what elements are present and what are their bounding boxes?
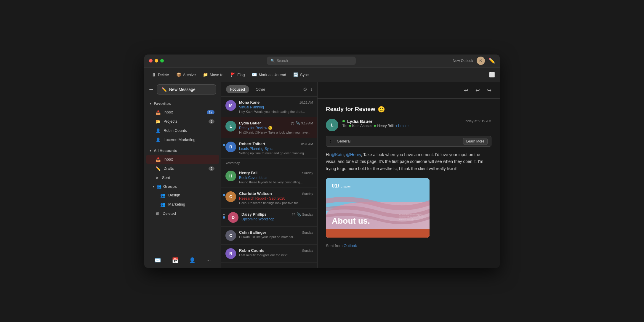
more-options-button[interactable]: ··· [313, 72, 317, 78]
robin-counts-label: Robin Counts [164, 128, 187, 133]
person-icon: 👤 [156, 128, 161, 133]
moveto-label: Move to [210, 73, 223, 77]
message-item-daisy[interactable]: ▼ D Daisy Phillips @ 📎 Sunday [221, 209, 317, 227]
email-timestamp: Today at 9:19 AM [464, 119, 491, 123]
email-detail: ↩ ↩ ↪ Ready for Review 🙂 L [318, 82, 500, 268]
hamburger-icon[interactable]: ☰ [149, 87, 153, 92]
expand-button[interactable]: ⬜ [489, 72, 495, 78]
mail-bottom-icon[interactable]: ✉️ [154, 257, 161, 264]
sidebar-top: ☰ ✏️ New Message [144, 82, 221, 97]
all-accounts-header[interactable]: ▼ All Accounts [144, 147, 221, 155]
message-body-charlotte: Charlotte Waltson Sunday Research Report… [239, 191, 313, 205]
reply-all-button[interactable]: ↩ [462, 86, 471, 95]
forward-button[interactable]: ↪ [485, 86, 494, 95]
email-image: 01/ Chapter About us. We make it about s… [326, 178, 430, 238]
archive-button[interactable]: 📦 Archive [173, 71, 199, 79]
recipient2-name: Henry Brill [377, 124, 393, 128]
message-body-mona: Mona Kane 10:21 AM Virtual Planning Hey … [239, 100, 313, 113]
sender-henry: Henry Brill [239, 171, 259, 175]
time-robin: Sunday [302, 249, 313, 252]
reply-button[interactable]: ↩ [473, 86, 482, 95]
marketing-label: Marketing [168, 202, 185, 206]
unread-dot-daisy [223, 216, 225, 219]
sidebar-item-inbox-favorites[interactable]: 📥 Inbox 12 [146, 108, 219, 117]
sidebar-item-drafts[interactable]: ✏️ Drafts 2 [146, 164, 219, 173]
learn-more-button[interactable]: Learn More [463, 138, 488, 145]
delete-button[interactable]: 🗑 Delete [149, 71, 172, 79]
flag-button[interactable]: 🚩 Flag [228, 71, 248, 79]
message-body-colin: Colin Ballinger Sunday Hi Katri, I'd lik… [239, 230, 313, 239]
sync-button[interactable]: 🔄 Sync [290, 71, 312, 79]
groups-header[interactable]: ▼ 👥 Groups [144, 182, 221, 190]
sidebar-nav: ▼ Favorites 📥 Inbox 12 📂 Projects 8 [144, 97, 221, 253]
more-bottom-icon[interactable]: ··· [206, 257, 211, 264]
subject-text: Ready for Review [326, 106, 375, 113]
minimize-button[interactable] [155, 59, 158, 63]
projects-badge: 8 [209, 119, 214, 124]
design-label: Design [168, 193, 180, 197]
time-charlotte: Sunday [302, 192, 313, 196]
message-body-henry: Henry Brill Sunday Book Cover Ideas Foun… [239, 171, 313, 184]
sidebar-item-marketing[interactable]: 👥 Marketing [146, 200, 219, 209]
all-accounts-label: All Accounts [154, 148, 177, 153]
from-name-text: Lydia Bauer [347, 119, 372, 124]
search-input-wrapper[interactable]: 🔍 Search [267, 57, 356, 65]
favorites-header[interactable]: ▼ Favorites [144, 100, 221, 108]
outlook-link[interactable]: Outlook [344, 243, 357, 248]
email-body-text: Hi @Katri, @Henry, Take a look when you … [326, 151, 491, 172]
daisy-meta-icons: @ 📎 Sunday [292, 212, 313, 217]
search-icon: 🔍 [270, 59, 275, 63]
moveto-button[interactable]: 📁 Move to [200, 71, 226, 79]
filter-icon[interactable]: ⚙ [303, 86, 307, 92]
deleted-label: Deleted [163, 211, 176, 216]
inbox-badge: 12 [207, 110, 214, 114]
about-us-text: About us. [332, 216, 370, 226]
message-item-henry[interactable]: H Henry Brill Sunday Book Cover Ideas Fo… [221, 167, 317, 188]
more-recipients-link[interactable]: +1 more [395, 124, 408, 128]
message-body-lydia: Lydia Bauer @ 📎 9:19 AM Ready for Review… [239, 121, 313, 134]
sidebar-item-design[interactable]: 👥 Design [146, 191, 219, 200]
time-robert: 8:31 AM [301, 142, 313, 146]
sidebar-item-projects[interactable]: 📂 Projects 8 [146, 117, 219, 126]
sidebar-item-robin-counts[interactable]: 👤 Robin Counts [146, 126, 219, 135]
focused-other-tabs: Focused Other ⚙ ↓ [221, 82, 317, 97]
mark-unread-label: Mark as Unread [259, 73, 286, 77]
contacts-bottom-icon[interactable]: 👤 [189, 257, 196, 264]
message-item-robin[interactable]: R Robin Counts Sunday Last minute though… [221, 245, 317, 263]
compose-icon[interactable]: ✏️ [488, 57, 495, 64]
message-item-robert[interactable]: R Robert Tolbert 8:31 AM Leads Planning … [221, 138, 317, 159]
sidebar-item-inbox-main[interactable]: 📥 Inbox [146, 155, 219, 164]
close-button[interactable] [149, 59, 153, 63]
preview-robert: Setting up time to meet and go over plan… [239, 151, 313, 155]
messages-scroll: M Mona Kane 10:21 AM Virtual Planning He… [221, 97, 317, 268]
inbox-label: Inbox [164, 110, 173, 114]
new-message-label: New Message [169, 87, 196, 92]
from-avatar: L [326, 119, 338, 131]
focused-tab[interactable]: Focused [226, 85, 249, 93]
sidebar-item-lucerne[interactable]: 👤 Lucerne Marketing [146, 135, 219, 144]
message-item-charlotte[interactable]: C Charlotte Waltson Sunday Research Repo… [221, 188, 317, 209]
sender-robin: Robin Counts [239, 248, 264, 253]
sidebar-item-sent[interactable]: ➤ Sent [146, 173, 219, 182]
user-avatar[interactable]: K [477, 57, 485, 65]
new-message-button[interactable]: ✏️ New Message [157, 84, 216, 94]
sidebar-item-deleted[interactable]: 🗑 Deleted [146, 209, 219, 218]
avatar-robin: R [225, 248, 236, 259]
message-item-mona[interactable]: M Mona Kane 10:21 AM Virtual Planning He… [221, 97, 317, 117]
favorites-arrow: ▼ [149, 102, 152, 105]
flag-label: Flag [237, 73, 245, 77]
message-item-colin[interactable]: C Colin Ballinger Sunday Hi Katri, I'd l… [221, 227, 317, 245]
archive-icon: 📦 [176, 72, 181, 77]
email-detail-toolbar: ↩ ↩ ↪ [318, 82, 500, 99]
calendar-bottom-icon[interactable]: 📅 [172, 257, 178, 264]
fullscreen-button[interactable] [160, 59, 164, 63]
sort-icon[interactable]: ↓ [310, 86, 313, 92]
subject-emoji: 🙂 [378, 106, 385, 113]
mark-unread-button[interactable]: ✉️ Mark as Unread [249, 71, 289, 79]
sync-icon: 🔄 [293, 72, 298, 77]
to-label: To: [342, 124, 347, 128]
message-item-lydia[interactable]: L Lydia Bauer @ 📎 9:19 AM Ready for Re [221, 117, 317, 138]
groups-arrow: ▼ [152, 185, 155, 188]
other-tab[interactable]: Other [251, 85, 270, 93]
sender-lydia: Lydia Bauer [239, 121, 261, 125]
